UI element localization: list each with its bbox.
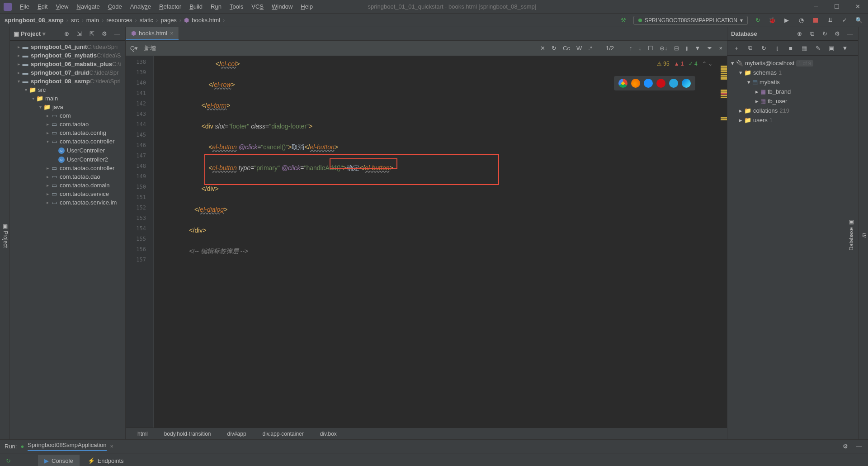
rerun-button[interactable]: ↻ (4, 456, 13, 465)
run-hide-button[interactable]: — (854, 442, 863, 451)
code-area[interactable]: ⚠ 95 ▲ 1 ✓ 4 ⌃ ⌄ </el-col> (154, 56, 721, 428)
menu-edit[interactable]: Edit (34, 1, 51, 12)
menu-file[interactable]: File (16, 1, 33, 12)
close-run-tab-button[interactable]: × (110, 443, 114, 450)
db-connection[interactable]: ▾🔌mybatis@localhost1 of 9 (731, 58, 854, 68)
run-coverage-button[interactable]: ▶ (782, 16, 791, 25)
minimap[interactable] (721, 56, 727, 428)
pin-button[interactable]: ⊟ (674, 45, 679, 52)
db-table-user[interactable]: ▸▦tb_user (731, 96, 854, 106)
menu-navigate[interactable]: Navigate (73, 1, 103, 12)
edge-icon[interactable] (682, 79, 691, 88)
db-filter-button[interactable]: ▼ (840, 43, 849, 52)
run-app-name[interactable]: Springboot08SsmpApplication (28, 442, 106, 451)
stop-button[interactable] (811, 16, 820, 25)
expand-all-button[interactable]: ⇲ (75, 29, 84, 38)
db-hide-button[interactable]: — (845, 29, 854, 38)
menu-tools[interactable]: Tools (226, 1, 247, 12)
tree-item[interactable]: ▸▭com.taotao.domain (10, 181, 125, 190)
db-copy-button[interactable]: ⧉ (807, 29, 816, 38)
vcs-commit-button[interactable]: ✓ (840, 16, 849, 25)
editor-tab-books[interactable]: ⬢ books.html × (126, 27, 179, 40)
run-settings-button[interactable]: ⚙ (841, 442, 850, 451)
project-tree[interactable]: ▸▬springboot_04_junit C:\idea\Spri▸▬spri… (10, 41, 125, 439)
db-table-brand[interactable]: ▸▦tb_brand (731, 87, 854, 96)
menu-code[interactable]: Code (104, 1, 126, 12)
endpoints-tab[interactable]: ⚡Endpoints (81, 455, 130, 466)
tree-item[interactable]: ▸▬springboot_04_junit C:\idea\Spri (10, 43, 125, 51)
db-stop-button[interactable]: ■ (786, 43, 795, 52)
tree-item[interactable]: ▸▭com.taotao (10, 120, 125, 128)
db-schemas[interactable]: ▾📁schemas1 (731, 68, 854, 77)
chrome-icon[interactable] (618, 79, 627, 88)
open-in-find-button[interactable]: ⫿ (685, 45, 689, 52)
maximize-button[interactable]: ☐ (826, 0, 847, 14)
tree-item[interactable]: ▾📁java (10, 103, 125, 111)
search-input[interactable] (144, 45, 534, 52)
bc-body[interactable]: body.hold-transition (160, 431, 215, 437)
db-settings-button[interactable]: ⚙ (833, 29, 842, 38)
rerun-button[interactable]: ↻ (753, 16, 762, 25)
tree-item[interactable]: ▸▬springboot_07_druid C:\idea\Spr (10, 68, 125, 77)
db-edit-button[interactable]: ✎ (813, 43, 822, 52)
db-refresh-button[interactable]: ↻ (820, 29, 829, 38)
crumb-project[interactable]: springboot_08_ssmp (5, 17, 64, 24)
tree-item[interactable]: ▸▬springboot_06_mabatis_plus C:\i (10, 60, 125, 68)
crumb-main[interactable]: main (86, 17, 99, 24)
db-sync-button[interactable]: ↻ (759, 43, 768, 52)
tree-item[interactable]: cUserController (10, 146, 125, 155)
profile-button[interactable]: ◔ (797, 16, 806, 25)
add-selection-button[interactable]: ⊕↓ (660, 45, 668, 52)
db-console-button[interactable]: ▣ (827, 43, 836, 52)
hide-button[interactable]: — (113, 29, 122, 38)
bc-app[interactable]: div#app (224, 431, 250, 437)
db-script-button[interactable]: ⫿ (773, 43, 782, 52)
regex-button[interactable]: .* (588, 45, 592, 52)
build-button[interactable]: ⚒ (619, 16, 628, 25)
database-tool-tab[interactable]: Database ▣ (847, 217, 855, 253)
opera-icon[interactable] (656, 79, 665, 88)
menu-window[interactable]: Window (268, 1, 296, 12)
match-case-button[interactable]: Cc (563, 45, 570, 52)
tree-item[interactable]: ▸▭com.taotao.controller (10, 164, 125, 172)
minimize-button[interactable]: ─ (806, 0, 826, 14)
menu-help[interactable]: Help (297, 1, 316, 12)
maven-tool-tab[interactable]: m (860, 230, 868, 240)
whole-word-button[interactable]: W (576, 45, 582, 52)
db-add-button[interactable]: ⊕ (795, 29, 804, 38)
close-tab-button[interactable]: × (170, 30, 174, 37)
tree-item[interactable]: ▸▭com (10, 111, 125, 120)
tree-item[interactable]: ▾▬springboot_08_ssmp C:\idea\Spri (10, 77, 125, 86)
crumb-static[interactable]: static (140, 17, 153, 24)
close-search-button[interactable]: ✕ (540, 45, 545, 52)
bc-container[interactable]: div.app-container (259, 431, 307, 437)
db-table-button[interactable]: ▦ (800, 43, 809, 52)
tree-item[interactable]: ▸▭com.taotao.config (10, 128, 125, 137)
tree-item[interactable]: ▸▭com.taotao.dao (10, 172, 125, 181)
firefox-icon[interactable] (631, 79, 640, 88)
db-plus-button[interactable]: + (732, 43, 741, 52)
crumb-resources[interactable]: resources (106, 17, 132, 24)
locate-button[interactable]: ⊕ (62, 29, 71, 38)
tree-item[interactable]: ▾▭com.taotao.controller (10, 137, 125, 146)
select-all-button[interactable]: ☐ (648, 45, 653, 52)
menu-analyze[interactable]: Analyze (127, 1, 155, 12)
db-collations[interactable]: ▸📁collations219 (731, 106, 854, 115)
tree-item[interactable]: cUserController2 (10, 155, 125, 164)
db-tree[interactable]: ▾🔌mybatis@localhost1 of 9 ▾📁schemas1 ▾▤m… (727, 56, 858, 128)
console-tab[interactable]: ▶Console (38, 455, 80, 466)
settings-button[interactable]: ⚙ (100, 29, 109, 38)
tree-item[interactable]: ▸▭com.taotao.service (10, 190, 125, 198)
prev-match-button[interactable]: ↑ (629, 45, 632, 52)
db-schema-mybatis[interactable]: ▾▤mybatis (731, 77, 854, 87)
menu-view[interactable]: View (52, 1, 72, 12)
tree-item[interactable]: ▸▬springboot_05_mybatis C:\idea\S (10, 51, 125, 60)
vcs-update-button[interactable]: ⇊ (826, 16, 835, 25)
history-button[interactable]: ↻ (552, 45, 557, 52)
bc-box[interactable]: div.box (316, 431, 340, 437)
db-users[interactable]: ▸📁users1 (731, 115, 854, 125)
funnel-icon[interactable]: ⏷ (707, 45, 712, 52)
crumb-file[interactable]: books.html (192, 17, 220, 24)
inspection-widget[interactable]: ⚠ 95 ▲ 1 ✓ 4 ⌃ ⌄ (657, 59, 712, 69)
run-config-selector[interactable]: SPRINGBOOT08SSMPAPPLICATION ▾ (633, 16, 748, 25)
